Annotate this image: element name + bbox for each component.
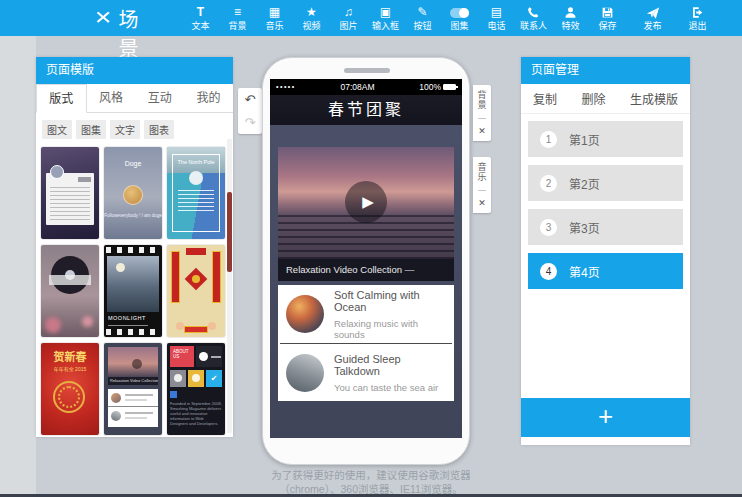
toolbar-item-label: 电话 [487, 21, 505, 31]
toolbar-item-contacts[interactable]: 联系人 [515, 0, 552, 36]
filter-chip-gallery[interactable]: 图集 [76, 120, 106, 139]
delete-page-button[interactable]: 删除 [581, 90, 605, 107]
toolbar-item-image[interactable]: ♫ 图片 [330, 0, 367, 36]
page-label: 第3页 [569, 219, 600, 236]
template-title: MOONLIGHT [108, 315, 146, 321]
picture-frame-icon: ▣ [380, 5, 391, 20]
toolbar-item-phone[interactable]: ▤ 电话 [478, 0, 515, 36]
history-controls: ↶ ↷ [238, 88, 262, 134]
tab-mine[interactable]: 我的 [184, 84, 233, 112]
playlist-item[interactable]: Guided Sleep Talkdown You can taste the … [280, 343, 452, 401]
layer-tab-background[interactable]: 背景 — ✕ [473, 85, 491, 141]
template-filters: 图文 图集 文字 图表 [36, 113, 233, 142]
play-button[interactable]: ▶ [345, 181, 387, 223]
text-icon: T [197, 5, 204, 20]
collapse-icon[interactable]: — [478, 187, 486, 193]
toolbar-item-text[interactable]: T 文本 [182, 0, 219, 36]
battery-icon [443, 84, 456, 90]
template-card-quote[interactable] [41, 147, 99, 239]
add-page-button[interactable]: + [521, 398, 690, 437]
copy-page-button[interactable]: 复制 [533, 90, 557, 107]
toolbar-actions: 保存 发布 退出 [589, 0, 728, 36]
exit-button[interactable]: 退出 [679, 0, 716, 36]
playlist-card: Soft Calming with Ocean Relaxing music w… [278, 285, 454, 401]
status-bar: ••••• 07:08AM 100% [270, 79, 462, 95]
template-card-video-page[interactable]: Relaxation Video Collection — [104, 343, 162, 435]
toolbar-item-label: 音乐 [265, 21, 283, 31]
template-scrollbar-thumb[interactable] [227, 192, 232, 272]
gold-wreath [53, 381, 85, 413]
page-item-2[interactable]: 2 第2页 [528, 165, 683, 201]
phone-speaker [344, 68, 390, 73]
check-icon: ✔ [206, 370, 222, 387]
template-caption: Followeverybody ! I am doge [104, 213, 162, 218]
toolbar-item-label: 按钮 [413, 21, 431, 31]
page-item-4-active[interactable]: 4 第4页 [528, 253, 683, 289]
template-card-hexinchun[interactable]: 贺新春 年年有余 2015 [41, 343, 99, 435]
logo-x-icon: ✕ [94, 7, 112, 29]
toolbar-item-label: 保存 [598, 21, 616, 31]
template-card-newyear-gold[interactable] [167, 245, 225, 337]
template-card-northpole[interactable]: The North Pole [167, 147, 225, 239]
template-grid: Doge Followeverybody ! I am doge The Nor… [36, 142, 233, 435]
generate-template-button[interactable]: 生成模版 [630, 90, 678, 107]
toolbar-item-label: 文本 [191, 21, 209, 31]
filter-chip-chart[interactable]: 图表 [144, 120, 174, 139]
video-caption: Relaxation Video Collection — [278, 259, 454, 281]
template-card-vinyl[interactable] [41, 245, 99, 337]
toolbar-item-music[interactable]: ▦ 音乐 [256, 0, 293, 36]
background-list-icon: ≡ [234, 5, 241, 20]
browser-tip-line2: （chrome）、360浏览器、IE11浏览器。 [221, 482, 521, 496]
toolbar-item-input[interactable]: ▣ 输入框 [367, 0, 404, 36]
video-block[interactable]: ▶ Relaxation Video Collection — [278, 147, 454, 281]
layer-tab-music[interactable]: 音乐 — ✕ [473, 157, 491, 213]
phone-circle-icon [199, 352, 208, 361]
page-item-3[interactable]: 3 第3页 [528, 209, 683, 245]
page-number-badge: 3 [540, 219, 557, 236]
headphones-icon [174, 374, 182, 382]
template-body-text: Founded in September 2008, Smashing Maga… [170, 401, 222, 426]
avatar [50, 165, 64, 179]
music-note-icon: ♫ [344, 5, 353, 20]
template-title: 贺新春 [41, 348, 99, 364]
tab-layout[interactable]: 版式 [36, 84, 87, 113]
redo-button[interactable]: ↷ [238, 111, 262, 134]
playlist-item[interactable]: Soft Calming with Ocean Relaxing music w… [278, 285, 454, 343]
publish-button[interactable]: 发布 [634, 0, 671, 36]
page-item-1[interactable]: 1 第1页 [528, 121, 683, 157]
template-title: The North Pole [173, 159, 219, 165]
layer-tab-label: 背景 [476, 90, 489, 110]
collapse-icon[interactable]: — [478, 115, 486, 121]
template-subtitle: 年年有余 2015 [41, 365, 99, 372]
page-label: 第4页 [569, 263, 600, 280]
battery-percent: 100% [419, 82, 441, 92]
toolbar-item-button[interactable]: ✎ 按钮 [404, 0, 441, 36]
about-tile: ABOUT US [170, 346, 194, 367]
toolbar-item-gallery[interactable]: 图集 [441, 0, 478, 36]
filter-chip-text[interactable]: 文字 [110, 120, 140, 139]
top-toolbar: ✕ 微场景 T 文本 ≡ 背景 ▦ 音乐 ★ 视频 ♫ 图片 [0, 0, 742, 36]
toolbar-item-video[interactable]: ★ 视频 [293, 0, 330, 36]
toolbar-item-background[interactable]: ≡ 背景 [219, 0, 256, 36]
close-icon[interactable]: ✕ [478, 198, 486, 208]
template-title: Doge [104, 160, 162, 167]
tab-style[interactable]: 风格 [87, 84, 136, 112]
save-button[interactable]: 保存 [589, 0, 626, 36]
template-card-moonlight[interactable]: MOONLIGHT [104, 245, 162, 337]
publish-plane-icon [646, 5, 660, 20]
toggle-icon [450, 5, 469, 20]
template-card-doge[interactable]: Doge Followeverybody ! I am doge [104, 147, 162, 239]
playlist-item-subtitle: Relaxing music with sounds [334, 318, 446, 340]
filter-chip-imagetext[interactable]: 图文 [42, 120, 72, 139]
close-icon[interactable]: ✕ [478, 126, 486, 136]
edit-pencil-icon: ✎ [417, 5, 427, 20]
undo-button[interactable]: ↶ [238, 88, 262, 111]
phone-screen[interactable]: ••••• 07:08AM 100% 春节团聚 ▶ Relaxation Vid… [270, 79, 462, 438]
template-scrollbar-track[interactable] [227, 139, 232, 433]
page-number-badge: 4 [540, 263, 557, 280]
toolbar-item-effects[interactable]: 特效 [552, 0, 589, 36]
tab-interact[interactable]: 互动 [136, 84, 185, 112]
template-card-dark-tiles[interactable]: ABOUT US ✔ Founded in September 2008, Sm… [167, 343, 225, 435]
page-list: 1 第1页 2 第2页 3 第3页 4 第4页 [521, 114, 690, 304]
page-label: 第1页 [569, 131, 600, 148]
